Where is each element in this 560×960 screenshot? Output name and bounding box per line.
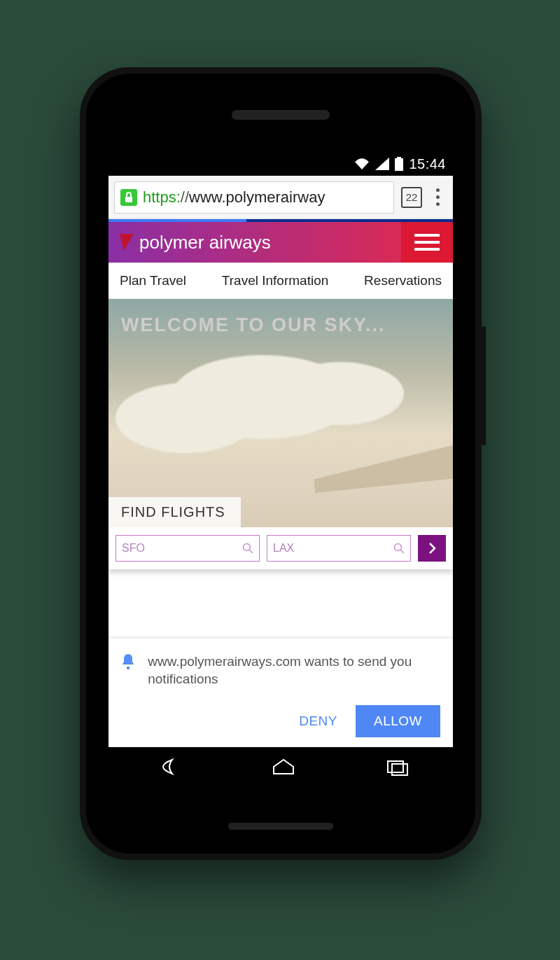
from-airport-input[interactable]: SFO [115,535,260,562]
battery-icon [395,157,403,171]
power-button [482,326,486,445]
url-domain: www.polymerairway [189,188,325,207]
airplane-wing-decoration [312,443,453,494]
phone-frame: 15:44 https://www.polymerairway 22 [80,67,482,860]
browser-toolbar: https://www.polymerairway 22 [108,176,453,219]
to-airport-value: LAX [273,542,294,555]
hamburger-menu-button[interactable] [401,222,453,263]
allow-button[interactable]: ALLOW [356,705,440,737]
notification-permission-dialog: www.polymerairways.com wants to send you… [108,639,453,747]
svg-rect-1 [397,157,401,158]
deny-button[interactable]: DENY [299,714,337,729]
recents-button[interactable] [382,757,410,779]
wifi-icon [354,158,370,170]
brand-name: polymer airways [139,232,271,253]
phone-bezel: 15:44 https://www.polymerairway 22 [86,74,475,854]
svg-rect-2 [125,197,132,202]
url-bar[interactable]: https://www.polymerairway [114,181,394,214]
brand-logo-icon [117,234,133,251]
svg-line-6 [401,550,405,554]
bell-icon [120,653,136,671]
back-button[interactable] [151,757,185,779]
svg-rect-0 [395,158,403,171]
search-submit-button[interactable] [418,535,446,562]
tab-count: 22 [406,191,418,203]
lock-icon [120,189,137,206]
screen: 15:44 https://www.polymerairway 22 [108,152,453,789]
bottom-speaker [228,823,333,830]
svg-rect-9 [392,764,407,775]
browser-menu-button[interactable] [429,184,446,211]
find-flights-tab[interactable]: FIND FLIGHTS [108,497,241,527]
permission-text: www.polymerairways.com wants to send you… [148,653,440,688]
svg-line-4 [250,550,253,554]
hero-title: WELCOME TO OUR SKY... [108,299,453,336]
cloud-decoration [115,383,255,453]
svg-rect-8 [388,761,403,772]
brand[interactable]: polymer airways [108,222,401,263]
site-header: polymer airways [108,222,453,263]
status-time: 15:44 [409,156,446,172]
site-nav: Plan Travel Travel Information Reservati… [108,263,453,299]
url-scheme: https: [143,188,181,207]
android-nav-bar [108,747,453,789]
svg-point-3 [244,544,251,551]
nav-item-plan-travel[interactable]: Plan Travel [120,273,186,288]
hero: WELCOME TO OUR SKY... FIND FLIGHTS [108,299,453,527]
android-status-bar: 15:44 [108,152,453,176]
cloud-decoration [278,362,404,425]
svg-point-7 [127,667,130,669]
to-airport-input[interactable]: LAX [267,535,411,562]
home-button[interactable] [270,757,298,779]
earpiece-speaker [232,110,330,120]
url-slashes: // [181,188,189,207]
nav-item-travel-information[interactable]: Travel Information [222,273,328,288]
tab-switcher-button[interactable]: 22 [401,187,422,208]
svg-point-5 [395,544,402,551]
search-icon [242,543,253,554]
from-airport-value: SFO [122,542,145,555]
nav-item-reservations[interactable]: Reservations [364,273,442,288]
flight-search-row: SFO LAX [108,527,453,569]
search-icon [393,543,405,554]
cell-signal-icon [375,158,389,170]
